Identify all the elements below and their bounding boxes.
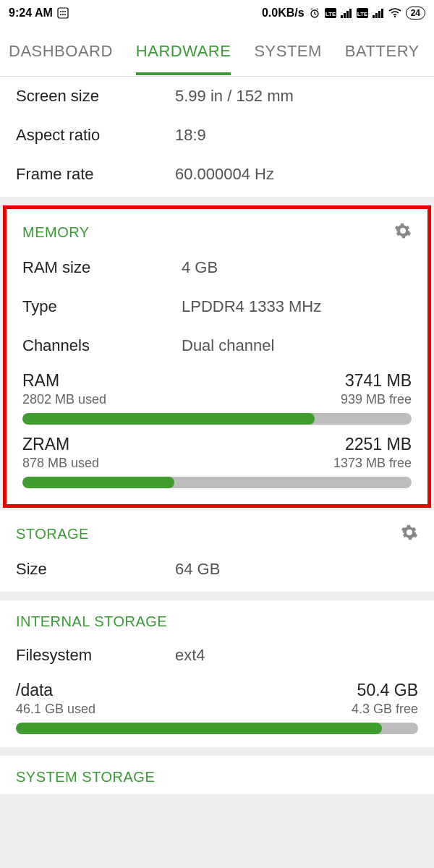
svg-rect-11 [344, 13, 346, 18]
zram-usage[interactable]: ZRAM 2251 MB 878 MB used 1373 MB free [7, 429, 427, 501]
usage-used: 2802 MB used [22, 392, 106, 407]
row-memory-type[interactable]: Type LPDDR4 1333 MHz [7, 287, 427, 326]
usage-name: /data [16, 681, 53, 700]
svg-rect-10 [341, 15, 343, 18]
svg-point-1 [60, 11, 61, 12]
label: Channels [22, 336, 182, 355]
label: Size [16, 560, 175, 579]
label: Type [22, 297, 182, 316]
svg-point-4 [60, 14, 61, 15]
label: Screen size [16, 87, 175, 106]
label: Frame rate [16, 165, 175, 184]
system-storage-section: SYSTEM STORAGE [0, 756, 434, 794]
svg-point-3 [64, 11, 66, 12]
signal-icon [341, 8, 352, 18]
svg-point-2 [62, 11, 64, 12]
svg-rect-17 [375, 13, 378, 18]
row-storage-size[interactable]: Size 64 GB [0, 550, 434, 589]
data-partition-usage[interactable]: /data 50.4 GB 46.1 GB used 4.3 GB free [0, 675, 434, 744]
value: Dual channel [182, 336, 412, 355]
usage-used: 878 MB used [22, 456, 99, 471]
value: 4 GB [182, 258, 412, 277]
label: Aspect ratio [16, 126, 175, 145]
progress-fill [16, 723, 382, 734]
gear-icon[interactable] [394, 222, 412, 242]
tab-bar: DASHBOARD HARDWARE SYSTEM BATTERY N [0, 26, 434, 77]
volte-icon-2: LTE [357, 8, 368, 18]
svg-rect-13 [349, 9, 352, 18]
svg-rect-16 [373, 15, 375, 18]
system-storage-title: SYSTEM STORAGE [16, 769, 155, 786]
status-bar: 9:24 AM 0.0KB/s LTE LTE 24 [0, 0, 434, 26]
svg-rect-18 [378, 11, 380, 18]
wifi-icon [388, 8, 401, 18]
usage-free: 939 MB free [341, 392, 412, 407]
progress-bar [16, 723, 418, 734]
usage-total: 3741 MB [345, 371, 412, 391]
svg-point-20 [393, 16, 395, 17]
value: LPDDR4 1333 MHz [182, 297, 412, 316]
row-channels[interactable]: Channels Dual channel [7, 326, 427, 365]
memory-section: MEMORY RAM size 4 GB Type LPDDR4 1333 MH… [3, 205, 431, 508]
label: RAM size [22, 258, 182, 277]
usage-total: 2251 MB [345, 435, 412, 454]
svg-rect-12 [346, 11, 349, 18]
tab-battery[interactable]: BATTERY [345, 27, 420, 75]
svg-text:LTE: LTE [325, 11, 336, 17]
svg-point-5 [62, 14, 64, 15]
alarm-icon [309, 7, 320, 19]
progress-fill [22, 477, 174, 488]
value: 60.000004 Hz [175, 165, 418, 184]
value: 5.99 in / 152 mm [175, 87, 418, 106]
network-speed: 0.0KB/s [262, 7, 305, 20]
storage-section: STORAGE Size 64 GB [0, 511, 434, 592]
row-screen-size[interactable]: Screen size 5.99 in / 152 mm [0, 77, 434, 116]
tab-system[interactable]: SYSTEM [254, 27, 321, 75]
usage-free: 4.3 GB free [352, 702, 418, 717]
tab-hardware[interactable]: HARDWARE [136, 27, 231, 75]
row-ram-size[interactable]: RAM size 4 GB [7, 248, 427, 287]
value: 64 GB [175, 560, 418, 579]
usage-free: 1373 MB free [333, 456, 412, 471]
usage-total: 50.4 GB [357, 681, 418, 700]
usage-name: RAM [22, 371, 59, 391]
calendar-icon [57, 7, 69, 19]
signal-icon-2 [373, 8, 384, 18]
display-section: Screen size 5.99 in / 152 mm Aspect rati… [0, 77, 434, 197]
value: ext4 [175, 646, 418, 665]
value: 18:9 [175, 126, 418, 145]
usage-used: 46.1 GB used [16, 702, 95, 717]
progress-fill [22, 413, 315, 425]
progress-bar [22, 477, 412, 488]
row-frame-rate[interactable]: Frame rate 60.000004 Hz [0, 155, 434, 194]
storage-title: STORAGE [16, 526, 89, 542]
tab-dashboard[interactable]: DASHBOARD [9, 27, 113, 75]
svg-text:LTE: LTE [357, 11, 367, 17]
internal-title: INTERNAL STORAGE [16, 613, 167, 630]
battery-icon: 24 [406, 7, 425, 20]
row-filesystem[interactable]: Filesystem ext4 [0, 636, 434, 675]
svg-rect-0 [58, 8, 68, 18]
status-time: 9:24 AM [9, 7, 53, 20]
progress-bar [22, 413, 412, 425]
svg-point-6 [64, 14, 66, 15]
gear-icon[interactable] [401, 524, 418, 544]
row-aspect-ratio[interactable]: Aspect ratio 18:9 [0, 116, 434, 155]
internal-storage-section: INTERNAL STORAGE Filesystem ext4 /data 5… [0, 600, 434, 747]
volte-icon: LTE [325, 8, 336, 18]
ram-usage[interactable]: RAM 3741 MB 2802 MB used 939 MB free [7, 365, 427, 429]
usage-name: ZRAM [22, 435, 69, 454]
memory-title: MEMORY [22, 224, 90, 241]
svg-rect-19 [381, 9, 383, 18]
label: Filesystem [16, 646, 175, 665]
